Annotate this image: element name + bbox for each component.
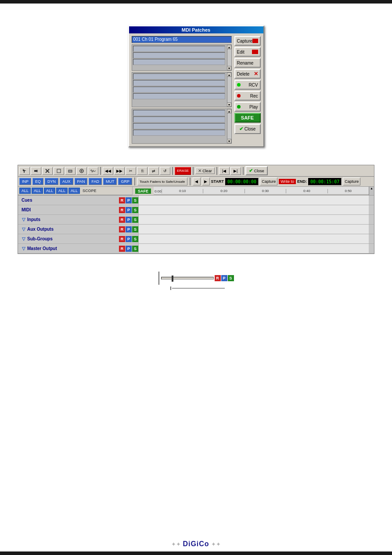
cues-r-btn[interactable]: R: [119, 197, 125, 203]
capture-end-button[interactable]: Capture: [343, 178, 360, 185]
tab-eq[interactable]: EQ: [32, 178, 43, 185]
btn-extra1[interactable]: ⇌: [148, 167, 159, 175]
subgroups-arrow-icon: ▽: [22, 237, 26, 241]
btn-extra2[interactable]: ↺: [160, 167, 170, 175]
scrollbar-3[interactable]: ▲ ▼: [227, 109, 231, 143]
scrollbar-1[interactable]: ▲ ▼: [227, 45, 231, 70]
midi-row-6[interactable]: [133, 87, 225, 93]
scrollbar-2[interactable]: ▲ ▼: [227, 73, 231, 107]
subgroups-p-btn[interactable]: P: [126, 236, 132, 242]
btn-tool-2[interactable]: [31, 167, 41, 175]
midi-close-button[interactable]: ✔ Close: [234, 124, 261, 134]
aux-p-btn[interactable]: P: [126, 226, 132, 232]
master-r-btn[interactable]: R: [119, 246, 125, 252]
undo-icon: ↺: [162, 168, 169, 174]
capture-start-button[interactable]: Capture: [260, 178, 277, 185]
btn-cut[interactable]: ✂: [126, 167, 136, 175]
scroll-down-2[interactable]: ▼: [227, 102, 231, 107]
inputs-s-btn[interactable]: S: [132, 217, 138, 223]
midi-row-9[interactable]: [133, 116, 225, 123]
inputs-r-btn[interactable]: R: [119, 217, 125, 223]
fader-track[interactable]: [161, 277, 214, 279]
midi-row-4[interactable]: [133, 73, 225, 80]
write-arrow-right[interactable]: ▶: [202, 178, 210, 185]
fader-handle[interactable]: [172, 276, 173, 282]
midi-edit-button[interactable]: Edit: [234, 47, 261, 57]
btn-nav-right[interactable]: ▶|: [230, 167, 241, 175]
aux-r-btn[interactable]: R: [119, 226, 125, 232]
midi-rcv-button[interactable]: RCV: [234, 80, 261, 90]
fader-s-btn[interactable]: S: [228, 275, 234, 281]
tab-fad[interactable]: FAD: [89, 178, 102, 185]
btn-nav-left[interactable]: |◀: [219, 167, 230, 175]
end-timecode[interactable]: 00:00:15:07: [308, 178, 342, 185]
aux-s-btn[interactable]: S: [132, 226, 138, 232]
midi-safe-button[interactable]: SAFE: [234, 113, 261, 123]
subgroups-r-btn[interactable]: R: [119, 236, 125, 242]
master-s-btn[interactable]: S: [132, 246, 138, 252]
midi-rec-button[interactable]: Rec: [234, 91, 261, 101]
midi-rename-button[interactable]: Rename: [234, 58, 261, 68]
tab-pan[interactable]: PAN: [75, 178, 88, 185]
midi-s-btn[interactable]: S: [132, 207, 138, 213]
btn-zoom-in[interactable]: [76, 167, 87, 175]
scroll-up-3[interactable]: ▲: [227, 109, 231, 113]
midi-list-selected[interactable]: 001 Ch 01 Program 65: [132, 36, 232, 43]
all-btn-3[interactable]: ALL: [44, 188, 55, 194]
write-arrow-left[interactable]: ◀: [193, 178, 201, 185]
clear-x-icon: ✕: [198, 168, 201, 173]
clear-button[interactable]: ✕ Clear: [195, 167, 215, 174]
midi-row-7[interactable]: [133, 93, 225, 99]
toolbar-sep-4: [216, 167, 217, 175]
all-btn-5[interactable]: ALL: [68, 188, 80, 194]
fader-r-btn[interactable]: R: [215, 275, 221, 281]
btn-tool-4[interactable]: [54, 167, 64, 175]
scroll-up-2[interactable]: ▲: [227, 73, 231, 77]
btn-erase[interactable]: ERASE: [175, 167, 191, 175]
start-timecode[interactable]: 00:00:00:00: [225, 178, 259, 185]
midi-row-1[interactable]: [133, 46, 225, 52]
tab-grp[interactable]: GRP: [118, 178, 132, 185]
master-p-btn[interactable]: P: [126, 246, 132, 252]
scroll-down-1[interactable]: ▼: [227, 66, 231, 70]
fader-p-btn[interactable]: P: [221, 275, 227, 281]
midi-row-8[interactable]: [133, 110, 225, 116]
inputs-p-btn[interactable]: P: [126, 217, 132, 223]
touch-faders-button[interactable]: Touch Faders to Safe/Unsafe: [137, 178, 187, 185]
midi-row-5[interactable]: [133, 80, 225, 86]
cues-s-btn[interactable]: S: [132, 197, 138, 203]
scroll-up-1[interactable]: ▲: [227, 45, 231, 49]
btn-tool-6[interactable]: [88, 167, 98, 175]
tab-dyn[interactable]: DYN: [45, 178, 58, 185]
subgroups-s-btn[interactable]: S: [132, 236, 138, 242]
btn-tool-5[interactable]: [65, 167, 76, 175]
all-btn-1[interactable]: ALL: [19, 188, 31, 194]
automation-close-button[interactable]: ✔ Close: [245, 166, 268, 175]
scroll-down-3[interactable]: ▼: [227, 139, 231, 143]
tab-mut[interactable]: MUT: [103, 178, 117, 185]
midi-capture-button[interactable]: Capture: [234, 36, 261, 46]
cues-p-btn[interactable]: P: [126, 197, 132, 203]
btn-rewind[interactable]: ◀◀: [103, 167, 113, 175]
midi-play-button[interactable]: Play: [234, 102, 261, 112]
track-aux-outputs: ▽ Aux Outputs R P S: [18, 225, 374, 234]
btn-tool-1[interactable]: [19, 167, 30, 175]
midi-p-btn[interactable]: P: [126, 207, 132, 213]
inputs-arrow-icon: ▽: [22, 218, 26, 222]
midi-list-group-3: ▲ ▼: [132, 109, 232, 144]
timeline-scroll-up[interactable]: ▲: [370, 187, 373, 190]
btn-ffwd[interactable]: ▶▶: [114, 167, 125, 175]
midi-dialog-titlebar: MDI Patches: [129, 26, 263, 33]
midi-row-11[interactable]: [133, 130, 225, 136]
all-btn-4[interactable]: ALL: [56, 188, 68, 194]
tab-aux[interactable]: AUX: [60, 178, 73, 185]
btn-tool-3[interactable]: [42, 167, 53, 175]
midi-delete-button[interactable]: Delete ✕: [234, 69, 261, 79]
tab-inp[interactable]: INP: [19, 178, 31, 185]
all-btn-2[interactable]: ALL: [32, 188, 43, 194]
midi-row-2[interactable]: [133, 52, 225, 58]
btn-paste[interactable]: ⎘: [137, 167, 147, 175]
midi-row-10[interactable]: [133, 123, 225, 129]
midi-row-3[interactable]: [133, 59, 225, 65]
midi-r-btn[interactable]: R: [119, 207, 125, 213]
